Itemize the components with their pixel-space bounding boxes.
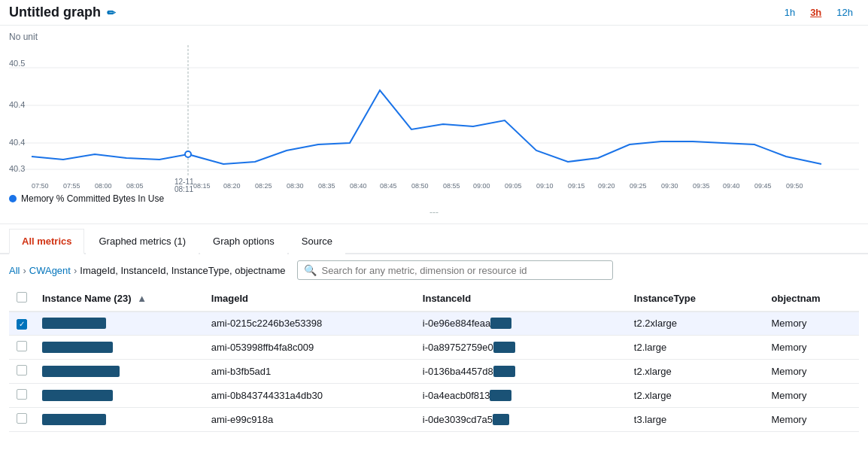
- breadcrumb: All › CWAgent › ImageId, InstanceId, Ins…: [9, 265, 285, 276]
- page-title: Untitled graph: [9, 5, 101, 20]
- svg-text:08:11: 08:11: [175, 185, 193, 192]
- table-row: XXXXXXXXXXX ami-b3fb5ad1 i-0136ba4457d8 …: [9, 359, 859, 383]
- row-check-cell[interactable]: [9, 383, 35, 407]
- svg-text:09:30: 09:30: [661, 182, 678, 190]
- svg-text:40.3: 40.3: [9, 164, 25, 173]
- page-title-group: Untitled graph ✏: [9, 5, 116, 20]
- row-check-cell[interactable]: [9, 407, 35, 431]
- instance-name-cell: XXXXXXXXXX: [35, 383, 204, 407]
- instanceid-blurred: 615: [490, 390, 511, 401]
- svg-text:09:45: 09:45: [754, 182, 772, 190]
- svg-text:09:25: 09:25: [630, 182, 647, 190]
- tab-graphed-metrics[interactable]: Graphed metrics (1): [86, 229, 199, 254]
- row-checkbox[interactable]: ✓: [17, 319, 27, 330]
- edit-title-icon[interactable]: ✏: [107, 7, 116, 19]
- chart-legend: Memory % Committed Bytes In Use: [9, 193, 859, 204]
- chart-container: No unit 40.5 40.4 40.4 40.3 12-11 08:11 …: [0, 26, 868, 224]
- svg-text:08:55: 08:55: [443, 182, 460, 190]
- svg-text:07:50: 07:50: [32, 182, 49, 190]
- breadcrumb-cwagent[interactable]: CWAgent: [29, 265, 71, 276]
- svg-text:09:40: 09:40: [723, 182, 740, 190]
- col-header-name[interactable]: Instance Name (23) ▲: [35, 286, 204, 312]
- row-checkbox[interactable]: [17, 365, 27, 376]
- svg-point-35: [185, 151, 191, 157]
- objectname-cell: Memory: [764, 335, 860, 359]
- metrics-table-container: Instance Name (23) ▲ ImageId InstanceId …: [0, 286, 868, 432]
- metrics-table: Instance Name (23) ▲ ImageId InstanceId …: [9, 286, 859, 432]
- imageid-cell: ami-e99c918a: [204, 407, 415, 431]
- instanceid-cell: i-0e96e884feaa 79c: [415, 312, 627, 335]
- svg-text:09:35: 09:35: [693, 182, 710, 190]
- instance-name-blurred: XXXXXXXXX: [42, 318, 106, 329]
- instancetype-cell: t2.xlarge: [627, 383, 764, 407]
- tab-source[interactable]: Source: [289, 229, 345, 254]
- svg-text:08:40: 08:40: [350, 182, 367, 190]
- chart-area: 40.5 40.4 40.4 40.3 12-11 08:11 07:50 07…: [9, 45, 859, 192]
- svg-text:08:15: 08:15: [193, 182, 211, 190]
- row-checkbox[interactable]: [17, 413, 27, 424]
- imageid-cell: ami-0b843744331a4db30: [204, 383, 415, 407]
- svg-text:09:05: 09:05: [505, 182, 522, 190]
- table-header-row: Instance Name (23) ▲ ImageId InstanceId …: [9, 286, 859, 312]
- header-checkbox[interactable]: [17, 292, 27, 303]
- instance-name-blurred: XXXXXXXXXXX: [42, 366, 120, 377]
- instance-name-blurred: XXXXXXXXXX: [42, 390, 113, 401]
- legend-label: Memory % Committed Bytes In Use: [21, 193, 164, 204]
- col-header-check: [9, 286, 35, 312]
- row-checkbox[interactable]: [17, 389, 27, 400]
- row-check-cell[interactable]: ✓: [9, 312, 35, 335]
- objectname-cell: Memory: [764, 407, 860, 431]
- search-input[interactable]: [321, 265, 606, 276]
- table-row: ✓ XXXXXXXXX ami-0215c2246b3e53398 i-0e96…: [9, 312, 859, 335]
- instanceid-blurred: ad: [493, 414, 509, 425]
- row-check-cell[interactable]: [9, 335, 35, 359]
- search-icon: 🔍: [304, 264, 317, 276]
- breadcrumb-all[interactable]: All: [9, 265, 20, 276]
- breadcrumb-sep-1: ›: [23, 265, 26, 276]
- col-header-objectname[interactable]: objectnam: [764, 286, 860, 312]
- table-row: XXXXXXXXXX ami-0b843744331a4db30 i-0a4ea…: [9, 383, 859, 407]
- col-header-instanceid[interactable]: InstanceId: [415, 286, 627, 312]
- col-header-instancetype[interactable]: InstanceType: [627, 286, 764, 312]
- svg-text:08:25: 08:25: [255, 182, 272, 190]
- objectname-cell: Memory: [764, 383, 860, 407]
- instancetype-cell: t2.large: [627, 335, 764, 359]
- col-header-imageid[interactable]: ImageId: [204, 286, 415, 312]
- breadcrumb-dimensions: ImageId, InstanceId, InstanceType, objec…: [80, 265, 285, 276]
- breadcrumb-sep-2: ›: [74, 265, 77, 276]
- svg-text:40.4: 40.4: [9, 100, 25, 109]
- instance-name-cell: XXXXXXXXXXX: [35, 359, 204, 383]
- tab-all-metrics[interactable]: All metrics: [9, 229, 84, 254]
- svg-text:07:55: 07:55: [63, 182, 80, 190]
- instance-name-blurred: XXXXXXXXXX: [42, 342, 113, 353]
- instancetype-cell: t3.large: [627, 407, 764, 431]
- search-box: 🔍: [297, 260, 613, 280]
- svg-text:08:50: 08:50: [411, 182, 429, 190]
- row-checkbox[interactable]: [17, 341, 27, 351]
- time-range-buttons: 1h 3h 12h: [778, 5, 859, 20]
- sort-arrow-name: ▲: [137, 293, 147, 304]
- time-1h-button[interactable]: 1h: [778, 5, 801, 20]
- time-12h-button[interactable]: 12h: [830, 5, 859, 20]
- instance-name-cell: XXXXXXXXX: [35, 312, 204, 335]
- svg-text:08:35: 08:35: [318, 182, 335, 190]
- svg-text:09:20: 09:20: [598, 182, 615, 190]
- svg-text:08:05: 08:05: [126, 182, 144, 190]
- svg-text:09:10: 09:10: [536, 182, 554, 190]
- objectname-cell: Memory: [764, 312, 860, 335]
- objectname-cell: Memory: [764, 359, 860, 383]
- app-header: Untitled graph ✏ 1h 3h 12h: [0, 0, 868, 26]
- tabs-row: All metrics Graphed metrics (1) Graph op…: [0, 227, 868, 254]
- time-3h-button[interactable]: 3h: [804, 5, 827, 20]
- chart-y-label: No unit: [9, 32, 859, 42]
- instance-name-cell: XXXXXXXXXX: [35, 335, 204, 359]
- line-chart: 40.5 40.4 40.4 40.3 12-11 08:11 07:50 07…: [9, 45, 859, 192]
- tab-graph-options[interactable]: Graph options: [200, 229, 287, 254]
- instancetype-cell: t2.xlarge: [627, 359, 764, 383]
- svg-text:08:20: 08:20: [223, 182, 241, 190]
- instance-name-blurred: XXXXXXXXX: [42, 414, 106, 425]
- svg-text:08:30: 08:30: [287, 182, 304, 190]
- chart-separator: ---: [9, 204, 859, 220]
- row-check-cell[interactable]: [9, 359, 35, 383]
- instance-name-cell: XXXXXXXXX: [35, 407, 204, 431]
